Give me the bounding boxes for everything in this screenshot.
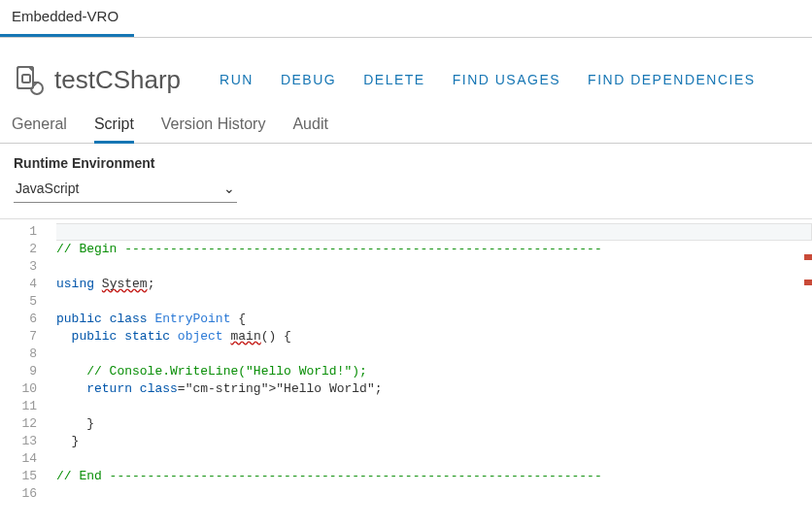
find-dependencies-button[interactable]: FIND DEPENDENCIES (588, 72, 756, 87)
tab-version-history[interactable]: Version History (161, 115, 266, 143)
error-marker (804, 280, 812, 285)
tab-audit[interactable]: Audit (292, 115, 327, 143)
code-editor[interactable]: 12345678910111213141516 // Begin -------… (0, 219, 812, 507)
tab-script[interactable]: Script (94, 115, 134, 144)
editor-code[interactable]: // Begin -------------------------------… (47, 219, 812, 507)
debug-button[interactable]: DEBUG (281, 72, 336, 87)
run-button[interactable]: RUN (220, 72, 254, 87)
svg-rect-2 (22, 75, 30, 82)
main-tab-embedded-vro[interactable]: Embedded-VRO (0, 0, 134, 37)
tab-general[interactable]: General (12, 115, 67, 143)
runtime-environment-value: JavaScript (16, 181, 79, 196)
runtime-environment-select[interactable]: JavaScript ⌄ (14, 177, 237, 203)
editor-error-markers (804, 254, 812, 305)
editor-gutter: 12345678910111213141516 (0, 219, 47, 507)
error-marker (804, 254, 812, 260)
runtime-environment-label: Runtime Environment (14, 155, 798, 171)
chevron-down-icon: ⌄ (223, 181, 235, 196)
page-title: testCSharp (54, 65, 181, 95)
workflow-icon (12, 63, 45, 96)
find-usages-button[interactable]: FIND USAGES (453, 72, 560, 87)
delete-button[interactable]: DELETE (363, 72, 424, 87)
